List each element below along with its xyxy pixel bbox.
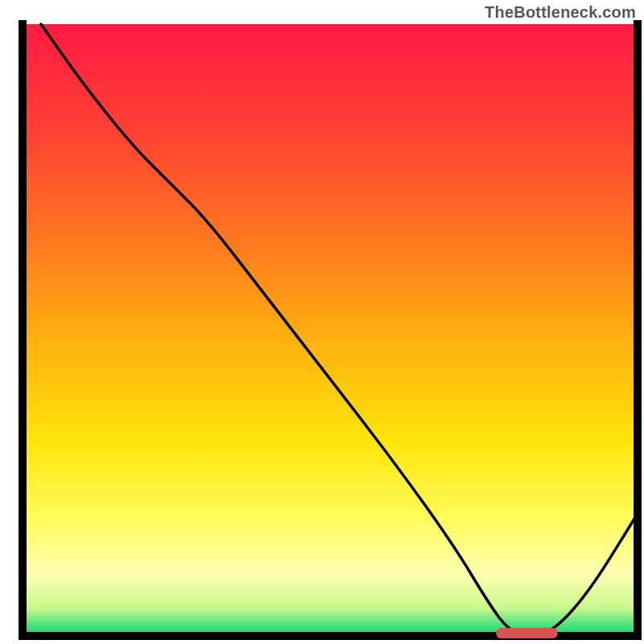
attribution-label: TheBottleneck.com [485,3,636,22]
optimal-marker [496,628,557,638]
plot-background [23,24,638,636]
chart-container: TheBottleneck.com [0,0,644,644]
bottleneck-chart [0,0,644,644]
